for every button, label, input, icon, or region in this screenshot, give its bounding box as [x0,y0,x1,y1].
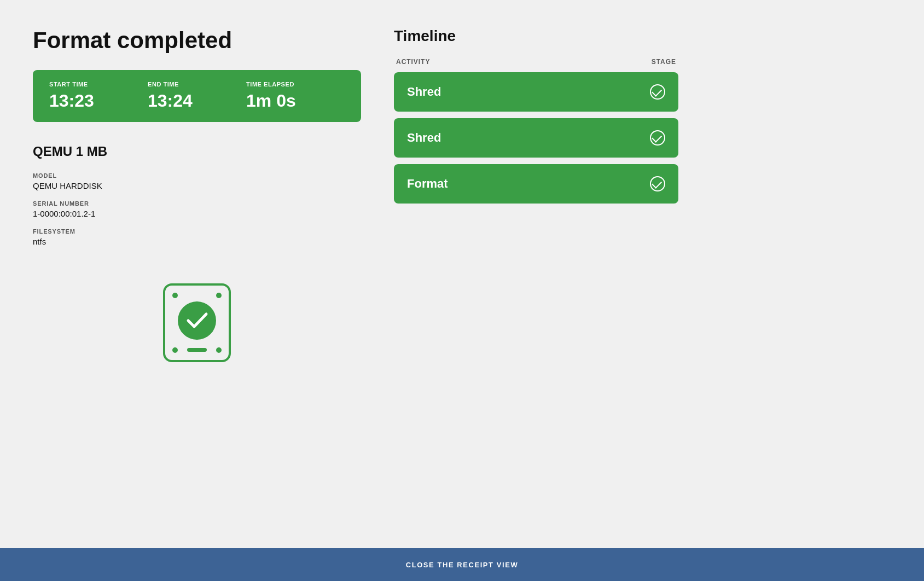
timeline-item-shred-1: Shred [394,72,678,112]
stage-col-label: STAGE [652,58,676,66]
left-panel: Format completed START TIME 13:23 END TI… [33,27,361,526]
timeline-item-shred-2: Shred [394,118,678,158]
elapsed-time-block: TIME ELAPSED 1m 0s [246,81,345,111]
disk-icon-container [33,279,361,367]
page-title: Format completed [33,27,361,54]
time-bar: START TIME 13:23 END TIME 13:24 TIME ELA… [33,70,361,122]
serial-label: SERIAL NUMBER [33,200,361,207]
filesystem-label: FILESYSTEM [33,228,361,235]
check-icon-format [650,176,665,191]
disk-success-icon [159,279,235,367]
start-time-value: 13:23 [49,91,148,111]
elapsed-time-value: 1m 0s [246,91,345,111]
start-time-block: START TIME 13:23 [49,81,148,111]
serial-value: 1-0000:00:01.2-1 [33,209,361,218]
filesystem-value: ntfs [33,237,361,246]
svg-point-6 [178,301,216,340]
svg-point-1 [172,293,178,298]
timeline-header: ACTIVITY STAGE [394,58,678,66]
end-time-label: END TIME [148,81,246,88]
check-icon-shred-1 [650,84,665,100]
svg-point-4 [216,347,222,353]
main-content: Format completed START TIME 13:23 END TI… [0,0,924,548]
footer-bar: CLOSE THE RECEIPT VIEW [0,548,924,581]
model-value: QEMU HARDDISK [33,181,361,190]
timeline-item-label-format: Format [407,177,448,191]
serial-group: SERIAL NUMBER 1-0000:00:01.2-1 [33,200,361,218]
model-group: MODEL QEMU HARDDISK [33,172,361,190]
right-panel: Timeline ACTIVITY STAGE Shred Shred Form… [394,27,678,526]
end-time-value: 13:24 [148,91,246,111]
elapsed-time-label: TIME ELAPSED [246,81,345,88]
activity-col-label: ACTIVITY [396,58,430,66]
close-receipt-button[interactable]: CLOSE THE RECEIPT VIEW [406,561,519,569]
svg-rect-5 [187,348,207,352]
end-time-block: END TIME 13:24 [148,81,246,111]
model-label: MODEL [33,172,361,179]
timeline-item-format: Format [394,164,678,204]
device-name: QEMU 1 MB [33,144,361,159]
svg-point-2 [216,293,222,298]
timeline-title: Timeline [394,27,678,45]
filesystem-group: FILESYSTEM ntfs [33,228,361,246]
check-icon-shred-2 [650,130,665,146]
timeline-item-label-shred-1: Shred [407,85,441,99]
start-time-label: START TIME [49,81,148,88]
timeline-item-label-shred-2: Shred [407,131,441,145]
svg-point-3 [172,347,178,353]
